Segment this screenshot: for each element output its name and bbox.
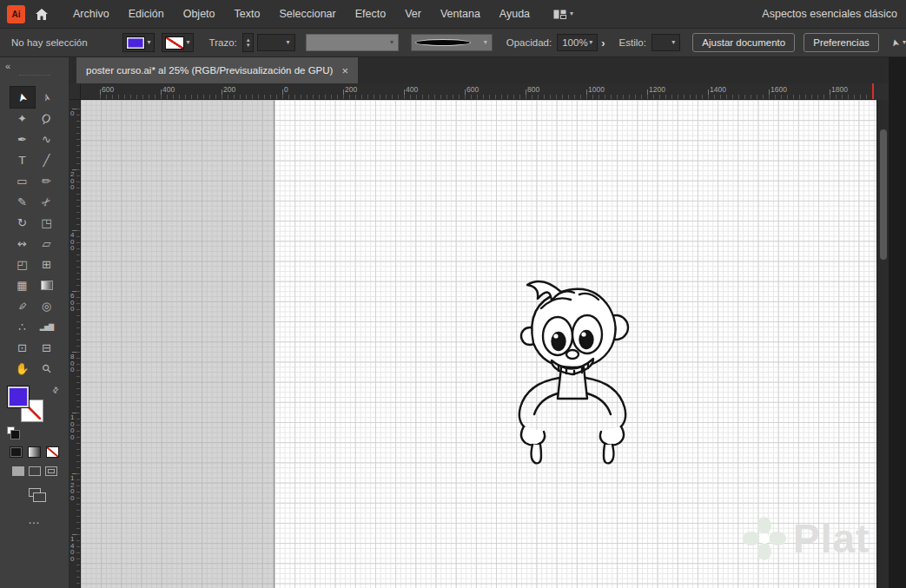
rectangle-tool[interactable]: ▭ — [10, 170, 35, 191]
fit-document-button[interactable]: Ajustar documento — [692, 33, 795, 52]
zoom-tool[interactable]: ⚲ — [35, 358, 59, 379]
style-label: Estilo: — [619, 37, 646, 48]
menu-ayuda[interactable]: Ayuda — [490, 0, 539, 29]
curvature-tool[interactable]: ∿ — [35, 129, 59, 149]
workspace-switcher[interactable]: Aspectos esenciales clásico — [762, 8, 897, 20]
cartoon-boy-artwork[interactable] — [489, 272, 654, 485]
h-ruler-label: 600 — [466, 85, 479, 94]
h-ruler-label: 200 — [345, 85, 357, 94]
preferences-button[interactable]: Preferencias — [803, 33, 879, 52]
stroke-weight-stepper[interactable]: ▲▼ — [242, 33, 255, 52]
ruler-horizontal[interactable]: 6004002000200400600800100012001400160018… — [81, 83, 876, 100]
paint-style-row — [0, 446, 69, 458]
variable-width-profile-combo[interactable]: ▾ — [411, 34, 493, 51]
chevron-down-icon: ▾ — [390, 39, 393, 46]
width-tool[interactable]: ↭ — [10, 233, 35, 254]
h-ruler-label: 1200 — [649, 85, 665, 94]
fill-color-picker[interactable]: ▾ — [122, 33, 155, 52]
opacity-combo[interactable]: 100% ▾ — [557, 34, 598, 51]
chevron-down-icon: ▾ — [671, 39, 675, 46]
menu-texto[interactable]: Texto — [225, 0, 270, 29]
home-button[interactable] — [36, 9, 48, 20]
color-button[interactable] — [10, 446, 23, 458]
menu-objeto[interactable]: Objeto — [174, 0, 225, 29]
brush-definition-combo: ▾ — [306, 34, 399, 51]
h-ruler-label: 1800 — [831, 85, 848, 94]
ruler-origin-corner[interactable] — [69, 83, 81, 100]
eyedropper-tool[interactable]: ✑ — [10, 295, 35, 316]
illustrator-logo-icon: Ai — [7, 5, 25, 23]
panel-grip[interactable] — [19, 75, 50, 76]
menu-ver[interactable]: Ver — [395, 0, 431, 29]
scissors-tool[interactable]: ✂ — [35, 191, 59, 212]
stroke-weight-combo[interactable]: ▾ — [257, 34, 294, 51]
fill-proxy-swatch[interactable] — [7, 386, 30, 408]
gradient-tool[interactable] — [35, 274, 59, 295]
draw-normal-button[interactable] — [12, 466, 24, 476]
menu-archivo[interactable]: Archivo — [63, 0, 119, 29]
edit-toolbar-button[interactable]: … — [0, 512, 69, 526]
lasso-tool[interactable]: Ϙ — [35, 108, 59, 129]
document-tab-title: poster curso.ai* al 25% (RGB/Previsualiz… — [86, 65, 333, 76]
hand-tool[interactable]: ✋ — [10, 358, 35, 379]
close-tab-icon[interactable]: × — [341, 65, 348, 76]
vertical-scrollbar[interactable] — [876, 100, 889, 588]
stroke-color-picker[interactable]: ▾ — [162, 33, 194, 52]
none-button[interactable] — [46, 446, 59, 458]
artboard-tool[interactable]: ⊡ — [10, 337, 35, 358]
draw-behind-button[interactable] — [29, 466, 41, 476]
scale-tool[interactable]: ◳ — [35, 212, 59, 233]
home-icon — [36, 9, 48, 20]
isolate-selection-button[interactable]: ➤ ▾ — [891, 37, 906, 49]
selection-tool[interactable]: ➤ — [10, 87, 35, 108]
perspective-grid-tool[interactable]: ⊞ — [35, 254, 59, 274]
menubar-items: ArchivoEdiciónObjetoTextoSeleccionarEfec… — [63, 0, 539, 28]
document-tab[interactable]: poster curso.ai* al 25% (RGB/Previsualiz… — [76, 57, 358, 83]
symbol-sprayer-tool[interactable]: ∴ — [10, 316, 35, 337]
screen-mode-button[interactable] — [29, 488, 41, 497]
fill-stroke-widget: ⇄ — [7, 386, 63, 436]
swap-fill-stroke-icon[interactable]: ⇄ — [50, 385, 61, 395]
control-bar: No hay selección ▾ ▾ Trazo: ▲▼ ▾ ▾ ▾ Opa… — [0, 29, 906, 57]
canvas-viewport[interactable]: Plat — [81, 100, 876, 588]
stroke-swatch[interactable] — [165, 36, 184, 50]
ruler-vertical[interactable]: 0200400600800100012001400 — [69, 100, 81, 588]
opacity-flyout-icon[interactable]: › — [601, 36, 605, 50]
chevron-down-icon: ▾ — [570, 10, 573, 17]
paintbrush-tool[interactable]: ✏ — [35, 170, 59, 191]
arrange-documents-icon — [553, 10, 566, 19]
shape-builder-tool[interactable]: ◰ — [10, 254, 35, 274]
v-ruler-label: 1200 — [70, 475, 77, 501]
fill-swatch[interactable] — [126, 36, 145, 50]
opacity-value: 100% — [562, 37, 587, 48]
menu-ventana[interactable]: Ventana — [431, 0, 490, 29]
v-ruler-label: 1000 — [70, 414, 77, 440]
style-combo[interactable]: ▾ — [651, 34, 680, 51]
blend-tool[interactable]: ◎ — [35, 295, 59, 316]
line-segment-tool[interactable]: ╱ — [35, 149, 59, 170]
shaper-tool[interactable]: ✎ — [10, 191, 35, 212]
collapse-panel-button[interactable]: « — [5, 61, 10, 71]
selection-status: No hay selección — [11, 37, 88, 48]
free-transform-tool[interactable]: ▱ — [35, 233, 59, 254]
tools-panel: « ➤➢✦Ϙ✒∿T╱▭✏✎✂↻◳↭▱◰⊞▦✑◎∴▂▅▇⊡⊟✋⚲ ⇄ … — [0, 57, 69, 588]
type-tool[interactable]: T — [10, 149, 35, 170]
pen-tool[interactable]: ✒ — [10, 129, 35, 149]
magic-wand-tool[interactable]: ✦ — [10, 108, 35, 129]
menu-edición[interactable]: Edición — [119, 0, 174, 29]
chevron-down-icon: ▾ — [287, 39, 290, 46]
h-ruler-label: 1600 — [770, 85, 787, 94]
default-fill-stroke-icon[interactable] — [7, 426, 15, 434]
slice-tool[interactable]: ⊟ — [35, 337, 59, 358]
mesh-tool[interactable]: ▦ — [10, 274, 35, 295]
vertical-scrollbar-thumb[interactable] — [880, 129, 887, 260]
gradient-button[interactable] — [28, 446, 41, 458]
arrange-documents-button[interactable]: ▾ — [553, 10, 573, 19]
menu-seleccionar[interactable]: Seleccionar — [269, 0, 345, 29]
menu-efecto[interactable]: Efecto — [346, 0, 395, 29]
draw-inside-button[interactable] — [45, 466, 57, 476]
rotate-tool[interactable]: ↻ — [10, 212, 35, 233]
collapsed-panel-dock[interactable] — [889, 57, 906, 588]
column-graph-tool[interactable]: ▂▅▇ — [35, 316, 59, 337]
direct-selection-tool[interactable]: ➢ — [35, 87, 59, 108]
